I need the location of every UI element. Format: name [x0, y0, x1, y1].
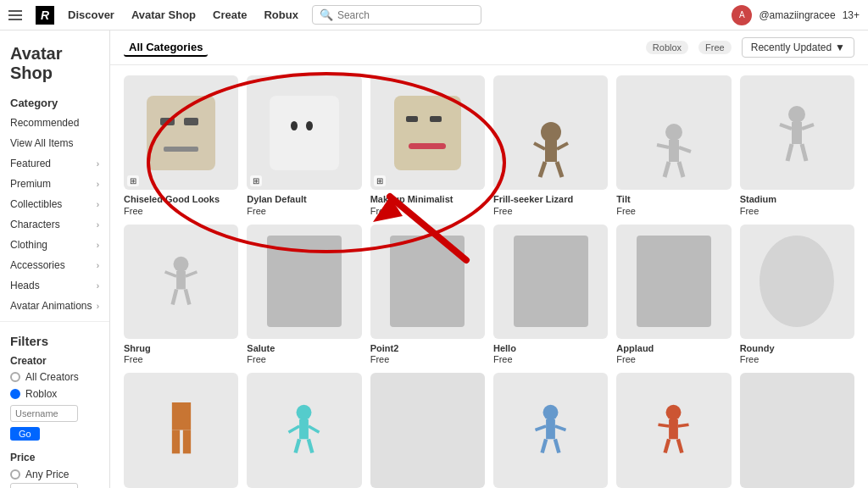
top-search-input[interactable]	[337, 9, 474, 21]
radio-roblox[interactable]	[10, 389, 20, 399]
tag-roblox[interactable]: Roblox	[646, 41, 688, 54]
item-price-dylan: Free	[247, 206, 361, 216]
tab-all-categories[interactable]: All Categories	[124, 39, 208, 57]
svg-line-35	[542, 440, 547, 453]
sort-label: Recently Updated	[751, 42, 832, 53]
item-card-applaud[interactable]: Applaud Free	[616, 225, 731, 365]
item-card-frill[interactable]: Frill-seeker Lizard Free	[493, 75, 608, 216]
page-title: Avatar Shop	[0, 39, 109, 92]
item-price-tilt: Free	[616, 206, 731, 216]
filters-title: Filters	[0, 327, 109, 352]
item-card-cyan[interactable]: . Free	[247, 373, 361, 488]
item-name-roundy: Roundy	[740, 342, 854, 354]
svg-line-44	[678, 425, 689, 427]
nav-avatar-shop[interactable]: Avatar Shop	[131, 8, 196, 21]
svg-line-17	[802, 125, 814, 129]
item-card-hello[interactable]: Hello Free	[493, 225, 608, 365]
item-price-frill: Free	[493, 206, 608, 216]
item-price-applaud: Free	[616, 354, 731, 364]
sidebar-item-premium[interactable]: Premium ›	[0, 174, 109, 194]
svg-rect-13	[792, 122, 802, 144]
avatar-shape-salute	[267, 236, 342, 327]
item-price-shrug: Free	[124, 354, 238, 364]
item-card-stadium[interactable]: Stadium Free	[740, 75, 854, 216]
sidebar-item-accessories[interactable]: Accessories ›	[0, 255, 109, 275]
item-thumb-applaud	[616, 225, 731, 339]
tag-free[interactable]: Free	[698, 41, 732, 54]
item-name-applaud: Applaud	[616, 342, 731, 354]
item-card-shrug[interactable]: Shrug Free	[124, 225, 238, 365]
username-filter-input[interactable]	[10, 405, 78, 422]
round-shape	[760, 236, 834, 327]
svg-rect-40	[670, 419, 679, 439]
item-thumb-tilt	[616, 75, 731, 190]
item-thumb-chiseled: ⊞	[124, 75, 238, 190]
svg-point-27	[297, 405, 312, 420]
item-price-salute: Free	[247, 354, 361, 364]
avatar-shape-applaud	[637, 236, 711, 327]
chevron-collectibles: ›	[97, 200, 99, 209]
item-card-pants[interactable]: . Free	[124, 373, 238, 488]
item-thumb-hello	[493, 225, 608, 339]
chevron-featured: ›	[97, 159, 99, 169]
user-area: A @amaziingracee 13+	[732, 5, 860, 25]
sidebar-item-collectibles[interactable]: Collectibles ›	[0, 194, 109, 214]
radio-any-price[interactable]	[10, 469, 20, 480]
item-card-dylan[interactable]: ⊞ Dylan Default Free	[247, 75, 361, 216]
item-card-chiseled[interactable]: ⊞ Chiseled Good Looks Free	[124, 75, 238, 216]
item-price-stadium: Free	[740, 206, 854, 216]
item-thumb-makeup: ⊞	[370, 75, 485, 190]
item-name-dylan: Dylan Default	[247, 193, 361, 205]
item-card-tilt[interactable]: Tilt Free	[616, 75, 731, 216]
hamburger-menu[interactable]	[8, 10, 22, 20]
svg-line-42	[678, 440, 682, 453]
svg-line-5	[557, 143, 568, 149]
sidebar-item-heads[interactable]: Heads ›	[0, 275, 109, 296]
item-name-point2: Point2	[370, 342, 485, 354]
svg-line-21	[186, 289, 190, 304]
item-card-redhair[interactable]: . Free	[616, 373, 731, 488]
svg-rect-25	[172, 430, 180, 454]
sub-header: All Categories Roblox Free Recently Upda…	[110, 30, 868, 65]
nav-robux[interactable]: Robux	[264, 8, 298, 21]
top-search-bar: 🔍	[312, 5, 481, 25]
creator-all-option[interactable]: All Creators	[0, 369, 109, 385]
nav-create[interactable]: Create	[213, 8, 247, 21]
avatar-shape-point2	[390, 236, 465, 327]
sidebar-item-characters[interactable]: Characters ›	[0, 214, 109, 235]
sort-dropdown[interactable]: Recently Updated ▼	[742, 37, 854, 58]
main-content: All Categories Roblox Free Recently Upda…	[110, 30, 868, 488]
go-button[interactable]: Go	[10, 427, 40, 441]
svg-line-4	[534, 143, 545, 149]
sidebar-divider	[0, 321, 109, 322]
svg-line-30	[309, 440, 313, 453]
chevron-avatar-animations: ›	[97, 302, 99, 311]
nav-discover[interactable]: Discover	[68, 8, 114, 21]
item-price-makeup: Free	[370, 206, 485, 216]
sidebar-item-avatar-animations[interactable]: Avatar Animations ›	[0, 296, 109, 316]
svg-line-32	[309, 426, 320, 432]
item-card-tech[interactable]: . Free	[493, 373, 608, 488]
user-avatar[interactable]: A	[732, 5, 752, 25]
item-card-roundy[interactable]: Roundy Free	[740, 225, 854, 365]
username-filter-container	[10, 405, 99, 422]
radio-all-creators[interactable]	[10, 372, 20, 382]
item-card-salute[interactable]: Salute Free	[247, 225, 361, 365]
svg-line-11	[679, 147, 691, 152]
username-display[interactable]: @amaziingracee	[759, 9, 835, 21]
pants-shape	[149, 385, 212, 476]
svg-point-12	[788, 106, 805, 123]
sidebar-item-featured[interactable]: Featured ›	[0, 153, 109, 174]
item-thumb-shrug	[124, 225, 238, 339]
breadcrumb-tabs: All Categories	[124, 39, 636, 57]
item-thumb-empty1	[370, 373, 485, 487]
item-card-point2[interactable]: Point2 Free	[370, 225, 485, 365]
chevron-down-icon: ▼	[835, 42, 845, 53]
sidebar-item-view-all[interactable]: View All Items	[0, 133, 109, 153]
sidebar-item-recommended[interactable]: Recommended	[0, 113, 109, 133]
min-price-input[interactable]	[10, 483, 78, 488]
any-price-option[interactable]: Any Price	[10, 469, 99, 480]
sidebar-item-clothing[interactable]: Clothing ›	[0, 235, 109, 255]
item-card-makeup[interactable]: ⊞ Makeup Minimalist Free	[370, 75, 485, 216]
creator-roblox-option[interactable]: Roblox	[0, 385, 109, 402]
